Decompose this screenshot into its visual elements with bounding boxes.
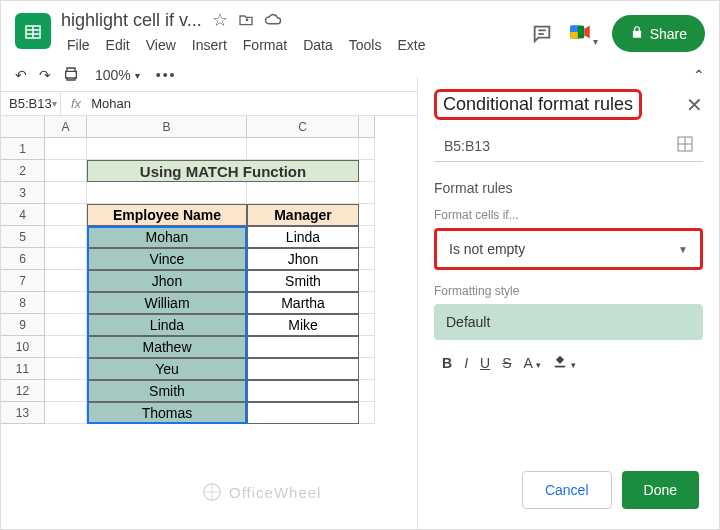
col-header-b[interactable]: B bbox=[87, 116, 247, 138]
select-all-corner[interactable] bbox=[1, 116, 45, 138]
col-header-a[interactable]: A bbox=[45, 116, 87, 138]
row-header[interactable]: 6 bbox=[1, 248, 45, 270]
cell[interactable] bbox=[87, 138, 247, 160]
cell[interactable] bbox=[359, 204, 375, 226]
row-header[interactable]: 8 bbox=[1, 292, 45, 314]
data-cell[interactable]: William bbox=[87, 292, 247, 314]
cell[interactable] bbox=[45, 336, 87, 358]
data-cell[interactable] bbox=[247, 402, 359, 424]
cancel-button[interactable]: Cancel bbox=[522, 471, 612, 509]
data-cell[interactable] bbox=[247, 336, 359, 358]
cell[interactable] bbox=[45, 248, 87, 270]
menu-edit[interactable]: Edit bbox=[100, 35, 136, 55]
data-cell[interactable] bbox=[247, 358, 359, 380]
table-title[interactable]: Using MATCH Function bbox=[87, 160, 359, 182]
row-header[interactable]: 11 bbox=[1, 358, 45, 380]
data-cell[interactable]: Thomas bbox=[87, 402, 247, 424]
header-cell[interactable]: Manager bbox=[247, 204, 359, 226]
menu-data[interactable]: Data bbox=[297, 35, 339, 55]
cell[interactable] bbox=[359, 402, 375, 424]
cell[interactable] bbox=[45, 292, 87, 314]
meet-icon[interactable]: ▾ bbox=[567, 19, 598, 49]
text-color-icon[interactable]: A ▾ bbox=[523, 355, 540, 371]
row-header[interactable]: 9 bbox=[1, 314, 45, 336]
menu-extensions[interactable]: Exte bbox=[391, 35, 431, 55]
comments-icon[interactable] bbox=[531, 23, 553, 45]
cell[interactable] bbox=[45, 380, 87, 402]
row-header[interactable]: 4 bbox=[1, 204, 45, 226]
undo-icon[interactable]: ↶ bbox=[15, 67, 27, 83]
formula-bar[interactable]: Mohan bbox=[91, 96, 131, 111]
star-icon[interactable]: ☆ bbox=[212, 9, 228, 31]
cell[interactable] bbox=[359, 182, 375, 204]
italic-icon[interactable]: I bbox=[464, 355, 468, 371]
name-box[interactable]: B5:B13▾ bbox=[1, 92, 61, 115]
data-cell[interactable]: Mike bbox=[247, 314, 359, 336]
cloud-icon[interactable] bbox=[264, 13, 282, 27]
row-header[interactable]: 5 bbox=[1, 226, 45, 248]
cell[interactable] bbox=[45, 182, 87, 204]
move-icon[interactable] bbox=[238, 12, 254, 28]
cell[interactable] bbox=[359, 292, 375, 314]
menu-format[interactable]: Format bbox=[237, 35, 293, 55]
cell[interactable] bbox=[359, 270, 375, 292]
data-cell[interactable]: Mathew bbox=[87, 336, 247, 358]
data-cell[interactable]: Yeu bbox=[87, 358, 247, 380]
cell[interactable] bbox=[45, 138, 87, 160]
close-icon[interactable]: ✕ bbox=[686, 93, 703, 117]
cell[interactable] bbox=[359, 138, 375, 160]
row-header[interactable]: 2 bbox=[1, 160, 45, 182]
row-header[interactable]: 13 bbox=[1, 402, 45, 424]
col-header-c[interactable]: C bbox=[247, 116, 359, 138]
strikethrough-icon[interactable]: S bbox=[502, 355, 511, 371]
menu-tools[interactable]: Tools bbox=[343, 35, 388, 55]
share-button[interactable]: Share bbox=[612, 15, 705, 52]
style-preview[interactable]: Default bbox=[434, 304, 703, 340]
cell[interactable] bbox=[247, 182, 359, 204]
cell[interactable] bbox=[45, 358, 87, 380]
print-icon[interactable] bbox=[63, 66, 79, 85]
range-input[interactable]: B5:B13 bbox=[434, 130, 703, 162]
bold-icon[interactable]: B bbox=[442, 355, 452, 371]
cell[interactable] bbox=[87, 182, 247, 204]
cell[interactable] bbox=[359, 248, 375, 270]
menu-view[interactable]: View bbox=[140, 35, 182, 55]
data-cell[interactable]: Smith bbox=[247, 270, 359, 292]
cell[interactable] bbox=[45, 402, 87, 424]
row-header[interactable]: 1 bbox=[1, 138, 45, 160]
fill-color-icon[interactable]: ▾ bbox=[553, 354, 576, 371]
cell[interactable] bbox=[45, 270, 87, 292]
document-title[interactable]: highlight cell if v... bbox=[61, 10, 202, 31]
data-cell[interactable] bbox=[247, 380, 359, 402]
cell[interactable] bbox=[45, 314, 87, 336]
cell[interactable] bbox=[45, 160, 87, 182]
zoom-select[interactable]: 100% ▾ bbox=[91, 65, 144, 85]
data-cell[interactable]: Vince bbox=[87, 248, 247, 270]
done-button[interactable]: Done bbox=[622, 471, 699, 509]
col-header-d[interactable] bbox=[359, 116, 375, 138]
redo-icon[interactable]: ↷ bbox=[39, 67, 51, 83]
cell[interactable] bbox=[359, 226, 375, 248]
data-cell[interactable]: Martha bbox=[247, 292, 359, 314]
condition-dropdown[interactable]: Is not empty ▼ bbox=[434, 228, 703, 270]
underline-icon[interactable]: U bbox=[480, 355, 490, 371]
cell[interactable] bbox=[45, 204, 87, 226]
cell[interactable] bbox=[359, 358, 375, 380]
row-header[interactable]: 7 bbox=[1, 270, 45, 292]
cell[interactable] bbox=[247, 138, 359, 160]
cell[interactable] bbox=[359, 160, 375, 182]
row-header[interactable]: 3 bbox=[1, 182, 45, 204]
data-cell[interactable]: Linda bbox=[247, 226, 359, 248]
data-cell[interactable]: Smith bbox=[87, 380, 247, 402]
cell[interactable] bbox=[359, 314, 375, 336]
header-cell[interactable]: Employee Name bbox=[87, 204, 247, 226]
cell[interactable] bbox=[359, 380, 375, 402]
row-header[interactable]: 10 bbox=[1, 336, 45, 358]
cell[interactable] bbox=[45, 226, 87, 248]
row-header[interactable]: 12 bbox=[1, 380, 45, 402]
data-cell[interactable]: Mohan bbox=[87, 226, 247, 248]
menu-file[interactable]: File bbox=[61, 35, 96, 55]
data-cell[interactable]: Jhon bbox=[87, 270, 247, 292]
cell[interactable] bbox=[359, 336, 375, 358]
menu-insert[interactable]: Insert bbox=[186, 35, 233, 55]
